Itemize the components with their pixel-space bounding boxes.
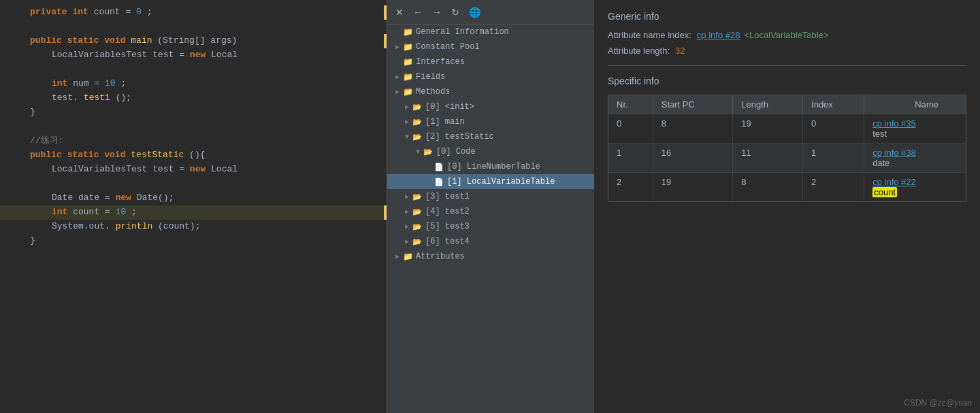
- cp-cell: cp info #22 count: [872, 177, 958, 197]
- code-text: private int count = 0 ;: [30, 5, 152, 20]
- code-text: LocalVariablesTest test = new Local: [52, 163, 238, 177]
- tree-item-label: General Information: [416, 27, 509, 37]
- tree-item-interfaces[interactable]: 📁 Interfaces: [387, 54, 594, 69]
- back-button[interactable]: ←: [410, 5, 425, 19]
- code-text: ;: [131, 207, 137, 217]
- tree-item-teststatic[interactable]: ▼ 📂 [2] testStatic: [387, 129, 594, 144]
- col-nr: Nr.: [608, 95, 653, 114]
- subfolder-icon: 📂: [412, 102, 423, 112]
- keyword: new: [116, 193, 131, 203]
- tree-item-methods[interactable]: ▶ 📁 Methods: [387, 84, 594, 99]
- subfolder-icon: 📂: [412, 132, 423, 142]
- code-text: //练习:: [30, 134, 63, 148]
- code-text: test. test1 ();: [52, 91, 131, 105]
- table-row-highlighted: 2 19 8 2 cp info #22 count: [608, 173, 966, 202]
- code-line: }: [0, 234, 387, 248]
- attr-name-row: Attribute name index: cp info #28 <Local…: [608, 30, 966, 40]
- code-line: int num = 10 ;: [0, 77, 387, 91]
- tree-item-init[interactable]: ▶ 📂 [0] <init>: [387, 99, 594, 114]
- method-name: main: [131, 35, 152, 46]
- tree-item-attributes[interactable]: ▶ 📁 Attributes: [387, 249, 594, 264]
- code-text: ;: [147, 7, 152, 17]
- var-name: date: [872, 158, 958, 168]
- attr-length-value: 32: [675, 46, 685, 56]
- doc-icon: 📄: [434, 162, 444, 171]
- code-text: Local: [211, 164, 238, 174]
- tree-arrow: ▶: [402, 103, 412, 111]
- keyword: void: [104, 35, 125, 46]
- web-button[interactable]: 🌐: [466, 5, 483, 19]
- cp-info-link[interactable]: cp info #38: [872, 148, 953, 158]
- cell-start-pc: 16: [653, 144, 733, 173]
- divider: [608, 65, 966, 66]
- cp-info-link[interactable]: cp info #22: [872, 177, 953, 187]
- cell-name: cp info #38 date: [864, 144, 966, 173]
- tree-arrow: ▶: [402, 237, 412, 246]
- tree-item-test2[interactable]: ▶ 📂 [4] test2: [387, 204, 594, 219]
- tree-item-constant-pool[interactable]: ▶ 📁 Constant Pool: [387, 39, 594, 54]
- code-line: [0, 63, 387, 77]
- refresh-button[interactable]: ↻: [448, 5, 462, 19]
- code-line: public static void testStatic (){: [0, 148, 387, 163]
- specific-info-title: Specific info: [608, 76, 966, 86]
- close-button[interactable]: ✕: [393, 5, 406, 19]
- code-text: (count);: [158, 221, 200, 231]
- attr-length-row: Attribute length: 32: [608, 46, 966, 56]
- tree-item-general-info[interactable]: 📁 General Information: [387, 24, 594, 39]
- generic-info-title: Generic info: [608, 11, 966, 22]
- tree-item-code[interactable]: ▼ 📂 [0] Code: [387, 144, 594, 159]
- attr-name-text: <LocalVariableTable>: [744, 30, 828, 40]
- keyword: int: [52, 78, 67, 88]
- line-marker: [384, 5, 387, 20]
- attr-name-link[interactable]: cp info #28: [697, 30, 740, 40]
- code-text: Date date =: [52, 193, 116, 203]
- tree-item-test4[interactable]: ▶ 📂 [6] test4: [387, 234, 594, 249]
- keyword: static: [67, 35, 99, 46]
- code-line: [0, 177, 387, 191]
- cell-name: cp info #22 count: [864, 173, 966, 202]
- tree-item-main[interactable]: ▶ 📂 [1] main: [387, 114, 594, 129]
- subfolder-icon: 📂: [412, 192, 423, 201]
- code-line: }: [0, 105, 387, 120]
- code-text: test.: [52, 93, 78, 103]
- cell-length: 8: [733, 173, 803, 202]
- cell-start-pc: 19: [653, 173, 733, 202]
- tree-item-label: [0] <init>: [425, 102, 474, 112]
- tree-item-localvar[interactable]: 📄 [1] LocalVariableTable: [387, 174, 594, 189]
- attr-name-label: Attribute name index:: [608, 30, 691, 40]
- folder-icon: 📁: [402, 72, 413, 82]
- code-line: test. test1 ();: [0, 91, 387, 105]
- subfolder-icon: 📂: [423, 147, 434, 156]
- code-lines: private int count = 0 ; public static vo…: [0, 0, 387, 254]
- tree-item-label: [0] LineNumberTable: [447, 162, 540, 171]
- code-text: LocalVariablesTest test =: [52, 164, 190, 174]
- cp-info-link[interactable]: cp info #35: [872, 118, 953, 129]
- code-text: public static void main (String[] args): [30, 34, 237, 48]
- tree-item-label: Interfaces: [416, 57, 465, 67]
- table-row: 0 8 19 0 cp info #35 test: [608, 114, 966, 144]
- keyword: public: [30, 150, 62, 160]
- tree-item-label: Fields: [416, 72, 445, 82]
- method-name: println: [116, 221, 153, 231]
- tree-item-test3[interactable]: ▶ 📂 [5] test3: [387, 219, 594, 234]
- forward-button[interactable]: →: [429, 5, 444, 19]
- var-name: count: [872, 187, 958, 197]
- tree-arrow: ▼: [413, 148, 423, 156]
- code-line: private int count = 0 ;: [0, 5, 387, 20]
- tree-item-linenumber[interactable]: 📄 [0] LineNumberTable: [387, 159, 594, 174]
- cell-nr: 2: [608, 173, 653, 202]
- tree-item-label: Constant Pool: [416, 42, 480, 52]
- doc-icon: 📄: [434, 177, 444, 186]
- code-text: int count = 10 ;: [52, 205, 137, 220]
- folder-icon: 📁: [402, 42, 413, 52]
- code-line: [0, 120, 387, 134]
- tree-item-test1[interactable]: ▶ 📂 [3] test1: [387, 189, 594, 204]
- col-index: Index: [803, 95, 864, 114]
- tree-item-fields[interactable]: ▶ 📁 Fields: [387, 69, 594, 84]
- tree-item-label: [4] test2: [425, 207, 470, 216]
- local-variable-table: Nr. Start PC Length Index Name 0 8 19 0 …: [608, 95, 966, 202]
- tree-content[interactable]: 📁 General Information ▶ 📁 Constant Pool …: [387, 24, 594, 413]
- tree-item-label: [3] test1: [425, 192, 470, 201]
- cell-index: 2: [803, 173, 864, 202]
- cell-index: 1: [803, 144, 864, 173]
